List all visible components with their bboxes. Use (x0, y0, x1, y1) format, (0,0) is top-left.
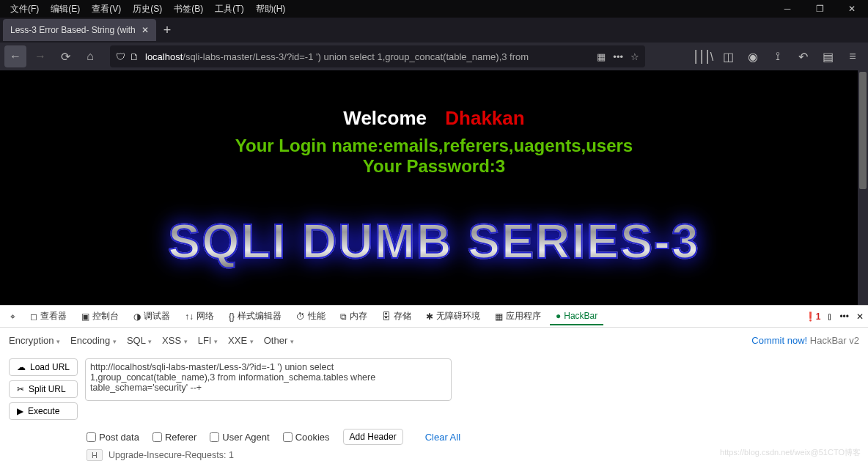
menu-bar: 文件(F) 编辑(E) 查看(V) 历史(S) 书签(B) 工具(T) 帮助(H… (0, 0, 868, 18)
check-postdata[interactable]: Post data (87, 432, 139, 443)
info-icon: 🗋 (130, 51, 139, 62)
tab-memory[interactable]: ⧉内存 (334, 307, 373, 325)
scrollbar-thumb[interactable] (859, 72, 867, 189)
execute-button[interactable]: ▶Execute (9, 402, 78, 420)
tab-performance[interactable]: ⏱性能 (290, 307, 331, 325)
tab-debugger[interactable]: ◑调试器 (128, 307, 176, 325)
devtools-more-icon[interactable]: ••• (839, 311, 849, 322)
tab-hackbar[interactable]: ●HackBar (550, 308, 603, 325)
refresh-icon[interactable]: ↶ (792, 45, 814, 67)
check-useragent[interactable]: User Agent (210, 432, 269, 443)
library-icon[interactable]: ⎮⎮⎮\ (692, 45, 714, 67)
menu-history[interactable]: 历史(S) (127, 1, 168, 17)
menu-help[interactable]: 帮助(H) (250, 1, 292, 17)
check-cookies[interactable]: Cookies (283, 432, 330, 443)
forward-button[interactable]: → (29, 45, 51, 67)
nav-toolbar: ← → ⟳ ⌂ 🛡 🗋 localhost /sqli-labs-master/… (0, 43, 868, 70)
tab-inspector[interactable]: ◻查看器 (24, 307, 73, 325)
tab-storage[interactable]: 🗄存储 (376, 307, 417, 325)
error-badge[interactable]: ❗1 (805, 311, 821, 322)
welcome-user: Dhakkan (445, 107, 524, 129)
url-host: localhost (145, 51, 183, 62)
menu-view[interactable]: 查看(V) (86, 1, 127, 17)
more-icon[interactable]: ••• (613, 51, 623, 62)
tab-accessibility[interactable]: ✱无障碍环境 (420, 307, 486, 325)
hb-menu-xss[interactable]: XSS ▾ (162, 335, 188, 346)
bookmark-star-icon[interactable]: ☆ (630, 51, 639, 62)
add-header-button[interactable]: Add Header (343, 429, 403, 445)
menu-bookmarks[interactable]: 书签(B) (168, 1, 209, 17)
scissors-icon: ✂ (17, 384, 24, 394)
url-bar[interactable]: 🛡 🗋 localhost /sqli-labs-master/Less-3/?… (110, 45, 645, 67)
hb-menu-lfi[interactable]: LFI ▾ (198, 335, 218, 346)
url-path: /sqli-labs-master/Less-3/?id=-1 ') union… (183, 51, 529, 62)
welcome-text: Welcome (343, 107, 427, 129)
header-badge: H (87, 449, 103, 461)
hb-version-label: HackBar v2 (810, 335, 859, 346)
new-tab-button[interactable]: + (156, 23, 179, 38)
window-controls: ─ ❐ ✕ (771, 0, 868, 18)
split-url-button[interactable]: ✂Split URL (9, 380, 78, 398)
home-button[interactable]: ⌂ (79, 45, 101, 67)
clear-all-link[interactable]: Clear All (425, 432, 460, 443)
tab-bar: Less-3 Error Based- String (with ✕ + (0, 18, 868, 43)
minimize-button[interactable]: ─ (771, 0, 803, 18)
tab-style[interactable]: {}样式编辑器 (223, 307, 287, 325)
close-button[interactable]: ✕ (836, 0, 868, 18)
hb-menu-encryption[interactable]: Encryption ▾ (9, 335, 60, 346)
devtools-close-icon[interactable]: ✕ (856, 311, 864, 322)
tab-close-icon[interactable]: ✕ (136, 25, 149, 35)
sidebar-icon[interactable]: ◫ (717, 45, 739, 67)
welcome-line: Welcome Dhakkan (0, 107, 868, 130)
devtools-tabs: ⌖ ◻查看器 ▣控制台 ◑调试器 ↑↓网络 {}样式编辑器 ⏱性能 ⧉内存 🗄存… (0, 306, 868, 328)
hb-menu-sql[interactable]: SQL ▾ (127, 335, 152, 346)
app-menu-icon[interactable]: ≡ (842, 45, 864, 67)
password-line: Your Password:3 (0, 156, 868, 177)
menu-file[interactable]: 文件(F) (4, 1, 45, 17)
vertical-scrollbar[interactable] (858, 70, 868, 305)
load-url-button[interactable]: ☁Load URL (9, 358, 78, 376)
hackbar-options: Post data Referer User Agent Cookies Add… (0, 426, 868, 445)
qr-icon[interactable]: ▦ (597, 51, 606, 62)
hackbar-menu-row: Encryption ▾ Encoding ▾ SQL ▾ XSS ▾ LFI … (0, 328, 868, 353)
hackbar-url-input[interactable] (85, 358, 452, 401)
header-text: Upgrade-Insecure-Requests: 1 (108, 450, 234, 460)
maximize-button[interactable]: ❐ (803, 0, 836, 18)
devtools-panel: ⌖ ◻查看器 ▣控制台 ◑调试器 ↑↓网络 {}样式编辑器 ⏱性能 ⧉内存 🗄存… (0, 305, 868, 461)
hb-menu-encoding[interactable]: Encoding ▾ (70, 335, 117, 346)
cloud-icon: ☁ (17, 362, 26, 372)
pick-element-icon[interactable]: ⌖ (4, 309, 21, 325)
series-title: SQLI DUMB SERIES-3 (0, 213, 868, 269)
tab-title: Less-3 Error Based- String (with (10, 25, 136, 35)
header-row: H Upgrade-Insecure-Requests: 1 (0, 445, 868, 461)
screenshot-icon[interactable]: ⟟ (767, 45, 789, 67)
menu-tools[interactable]: 工具(T) (209, 1, 249, 17)
play-icon: ▶ (17, 406, 23, 416)
tab-console[interactable]: ▣控制台 (76, 307, 125, 325)
check-referer[interactable]: Referer (152, 432, 196, 443)
tab-network[interactable]: ↑↓网络 (179, 307, 220, 325)
devtools-dock-icon[interactable]: ⫿ (828, 311, 832, 322)
reload-button[interactable]: ⟳ (54, 45, 76, 67)
browser-tab[interactable]: Less-3 Error Based- String (with ✕ (3, 19, 156, 41)
hb-menu-xxe[interactable]: XXE ▾ (228, 335, 254, 346)
hackbar-body: ☁Load URL ✂Split URL ▶Execute (0, 353, 868, 426)
menu-edit[interactable]: 编辑(E) (45, 1, 86, 17)
page-content: Welcome Dhakkan Your Login name:emails,r… (0, 70, 868, 305)
hb-commit-link[interactable]: Commit now! (751, 335, 807, 346)
account-icon[interactable]: ◉ (742, 45, 764, 67)
tab-application[interactable]: ▦应用程序 (489, 307, 547, 325)
extensions-icon[interactable]: ▤ (817, 45, 839, 67)
hb-menu-other[interactable]: Other ▾ (264, 335, 294, 346)
shield-icon: 🛡 (116, 51, 125, 62)
back-button[interactable]: ← (4, 45, 26, 67)
login-name-line: Your Login name:emails,referers,uagents,… (0, 136, 868, 156)
